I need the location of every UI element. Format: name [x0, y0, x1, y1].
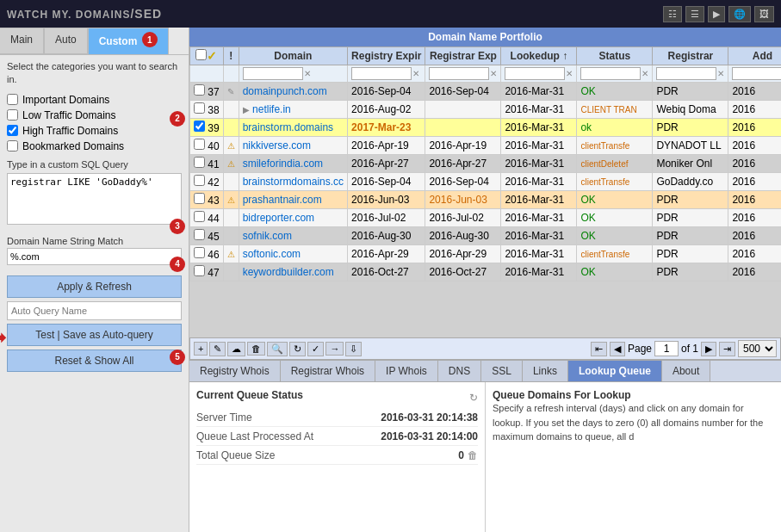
apply-refresh-button[interactable]: Apply & Refresh	[7, 275, 182, 298]
row-regexp-cell: 2016-Aug-02	[348, 101, 425, 119]
monitor-icon-btn[interactable]: 🖼	[754, 6, 774, 22]
filter-add-input[interactable]	[732, 67, 781, 80]
reset-show-all-button[interactable]: Reset & Show All	[7, 350, 182, 372]
filter-lookedup-input[interactable]	[505, 67, 565, 80]
row-checkbox[interactable]	[194, 139, 205, 150]
delete-queue-icon[interactable]: 🗑	[468, 449, 478, 461]
checkbox-important[interactable]	[7, 94, 18, 105]
category-important[interactable]: Important Domains	[7, 94, 182, 106]
tab-custom[interactable]: Custom 1	[88, 28, 169, 54]
clear-domain-filter[interactable]: ✕	[304, 69, 311, 78]
expand-icon[interactable]: ▶	[243, 105, 250, 114]
tab-registry-whois[interactable]: Registry Whois	[189, 361, 281, 381]
add-toolbar-btn[interactable]: +	[194, 342, 208, 356]
cloud-toolbar-btn[interactable]: ☁	[227, 342, 245, 356]
row-regexp-cell: 2016-Apr-29	[348, 245, 425, 263]
tab-links[interactable]: Links	[523, 361, 568, 381]
row-checkbox[interactable]	[194, 265, 205, 276]
category-high-traffic[interactable]: High Traffic Domains	[7, 125, 182, 137]
domain-table-wrap[interactable]: ✓ ! Domain Registry Expir Registrar Exp …	[189, 46, 781, 337]
filter-registrar-input[interactable]	[656, 67, 716, 80]
filter-domain-input[interactable]	[243, 67, 303, 80]
th-status[interactable]: Status	[577, 47, 653, 65]
row-checkbox[interactable]	[194, 157, 205, 168]
page-size-select[interactable]: 500 100 250	[738, 340, 777, 357]
th-select: ✓	[190, 47, 224, 65]
test-save-button[interactable]: Test | Save as Auto-query	[7, 324, 182, 346]
play-icon-btn[interactable]: ▶	[708, 6, 725, 22]
refresh-toolbar-btn[interactable]: ↻	[289, 342, 306, 356]
domain-link[interactable]: softonic.com	[243, 248, 301, 260]
category-low-traffic[interactable]: Low Traffic Domains	[7, 109, 182, 121]
tab-registrar-whois[interactable]: Registrar Whois	[281, 361, 375, 381]
row-flag-cell	[223, 101, 239, 119]
domain-link[interactable]: prashantnair.com	[243, 194, 322, 206]
tab-lookup-queue[interactable]: Lookup Queue	[568, 361, 662, 381]
clear-status-filter[interactable]: ✕	[642, 69, 648, 78]
edit-toolbar-btn[interactable]: ✎	[209, 342, 226, 356]
row-checkbox[interactable]	[194, 247, 205, 258]
tab-ssl[interactable]: SSL	[481, 361, 523, 381]
last-page-btn[interactable]: ⇥	[719, 342, 735, 356]
sql-query-input[interactable]: registrar LIKE 'GoDaddy%'	[7, 173, 182, 225]
search-toolbar-btn[interactable]: 🔍	[267, 342, 288, 356]
row-checkbox[interactable]	[194, 211, 205, 222]
row-checkbox[interactable]	[194, 102, 205, 114]
checkbox-bookmarked[interactable]	[7, 140, 18, 152]
domain-link[interactable]: bidreporter.com	[243, 212, 314, 224]
row-checkbox[interactable]	[194, 175, 205, 186]
row-domain-cell: ▶ netlife.in	[239, 101, 347, 119]
th-lookedup[interactable]: Lookedup ↑	[501, 47, 577, 65]
tab-main[interactable]: Main	[0, 28, 44, 54]
category-bookmarked[interactable]: Bookmarked Domains	[7, 140, 182, 152]
domain-link[interactable]: domainpunch.com	[243, 85, 327, 97]
th-domain[interactable]: Domain	[239, 47, 347, 65]
down-toolbar-btn[interactable]: ⇩	[345, 342, 362, 356]
clear-rarexp-filter[interactable]: ✕	[490, 69, 497, 78]
filter-regexp-input[interactable]	[351, 67, 412, 80]
clear-registrar-filter[interactable]: ✕	[717, 69, 724, 78]
domain-match-input[interactable]	[7, 248, 182, 265]
queue-domains-title: Queue Domains For Lookup	[493, 389, 631, 401]
table-icon-btn[interactable]: ☰	[685, 6, 704, 22]
arrow-toolbar-btn[interactable]: →	[325, 342, 344, 356]
clear-regexp-filter[interactable]: ✕	[412, 69, 419, 78]
row-checkbox[interactable]	[194, 229, 205, 240]
row-registrar-cell: Moniker Onl	[653, 155, 728, 173]
delete-toolbar-btn[interactable]: 🗑	[247, 342, 265, 356]
domain-link[interactable]: brainstorm.domains	[243, 121, 333, 133]
filter-rarexp-input[interactable]	[429, 67, 489, 80]
page-input[interactable]	[654, 341, 679, 356]
prev-page-btn[interactable]: ◀	[610, 342, 625, 356]
next-page-btn[interactable]: ▶	[701, 342, 716, 356]
filter-status-input[interactable]	[580, 67, 641, 80]
row-checkbox[interactable]	[194, 121, 205, 132]
tab-auto[interactable]: Auto	[44, 28, 88, 54]
table-row: 46 ⚠ softonic.com 2016-Apr-29 2016-Apr-2…	[190, 245, 782, 263]
auto-query-name-input[interactable]	[7, 301, 182, 320]
domain-link[interactable]: sofnik.com	[243, 230, 292, 242]
row-checkbox[interactable]	[194, 84, 205, 96]
tab-dns[interactable]: DNS	[438, 361, 481, 381]
domain-link[interactable]: netlife.in	[252, 103, 291, 115]
domain-link[interactable]: brainstormdomains.cc	[243, 176, 344, 188]
checkbox-high-traffic[interactable]	[7, 125, 18, 136]
select-all-checkbox[interactable]	[195, 49, 207, 60]
tab-about[interactable]: About	[662, 361, 710, 381]
first-page-btn[interactable]: ⇤	[591, 342, 607, 356]
checkbox-low-traffic[interactable]	[7, 109, 18, 121]
domain-link[interactable]: nikkiverse.com	[243, 139, 311, 152]
check-toolbar-btn[interactable]: ✓	[307, 342, 324, 356]
grid-icon-btn[interactable]: ☷	[663, 6, 682, 22]
th-registry-exp[interactable]: Registry Expir	[348, 47, 425, 65]
row-checkbox[interactable]	[194, 193, 205, 204]
tab-ip-whois[interactable]: IP Whois	[375, 361, 438, 381]
domain-link[interactable]: smileforindia.com	[243, 158, 323, 170]
th-registrar[interactable]: Registrar	[653, 47, 728, 65]
row-flag-cell: ✎	[223, 83, 239, 101]
th-registrar-exp[interactable]: Registrar Exp	[425, 47, 501, 65]
globe-icon-btn[interactable]: 🌐	[728, 6, 751, 22]
clear-lookedup-filter[interactable]: ✕	[566, 69, 573, 78]
domain-link[interactable]: keywordbuilder.com	[243, 266, 334, 278]
refresh-queue-icon[interactable]: ↻	[469, 392, 478, 404]
